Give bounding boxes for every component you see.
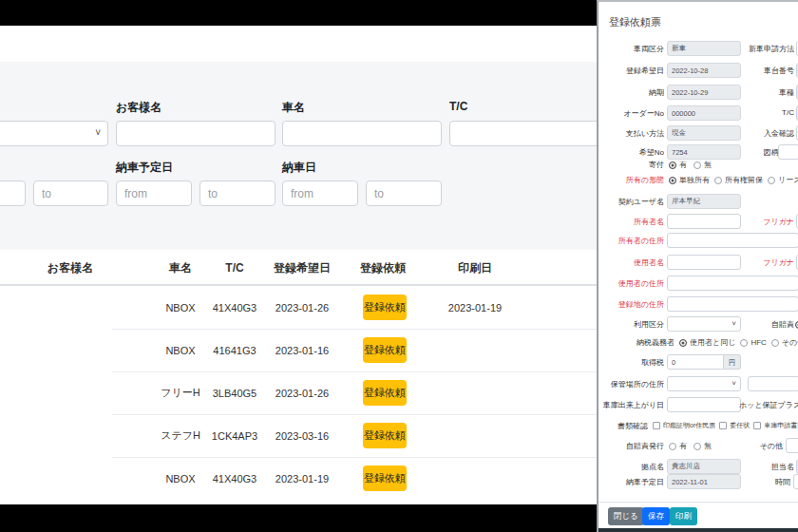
registration-request-button[interactable]: 登録依頼: [363, 380, 407, 406]
ownership-label: 所有の形態: [598, 175, 664, 185]
donation-radio-no[interactable]: 無: [694, 160, 712, 170]
doc-confirm-label: 書類確認: [598, 421, 648, 431]
tc-input[interactable]: [449, 121, 609, 146]
cell-wish-date: 2023-01-16: [262, 329, 342, 371]
car-name-input[interactable]: [282, 121, 442, 146]
wish-no-label: 希望No: [598, 147, 664, 158]
ownership-radio-lease[interactable]: リース: [768, 175, 798, 185]
radio-icon: [771, 339, 779, 347]
jibai-issue-radio-yes[interactable]: 有: [669, 441, 687, 451]
doc-check-poa[interactable]: 委任状: [719, 421, 750, 430]
modal-footer-divider: [598, 502, 798, 503]
cell-tc: 41X40G3: [203, 457, 266, 500]
cell-print-date: [432, 371, 518, 414]
top-black-bar: [0, 0, 597, 26]
user-name-input[interactable]: [667, 255, 741, 270]
order-no-input: [667, 105, 741, 121]
cell-wish-date: 2023-01-26: [262, 286, 342, 329]
checkbox-icon: [753, 422, 761, 429]
first-range-to-input[interactable]: [33, 180, 108, 206]
registration-request-button[interactable]: 登録依頼: [363, 294, 407, 320]
reg-address-input[interactable]: [667, 296, 798, 312]
storage-address-select[interactable]: ˅: [667, 376, 741, 391]
warranty-label: ホッと保証プラス: [739, 400, 798, 410]
radio-icon: [694, 443, 701, 450]
taxpayer-radio-other[interactable]: その他: [771, 337, 798, 348]
doc-check-garage-docs[interactable]: 車庫申請書類: [753, 421, 798, 430]
yen-suffix: 円: [724, 354, 741, 370]
garage-date-input[interactable]: [667, 397, 741, 412]
close-button[interactable]: 閉じる: [608, 507, 644, 525]
chevron-down-icon: ˅: [95, 127, 101, 138]
search-filter-panel: ˅ お客様名 車名 T/C 納車予定日 納車日: [0, 62, 597, 250]
bottom-black-bar: [0, 504, 597, 532]
storage-address-input[interactable]: [748, 376, 798, 391]
cell-wish-date: 2023-01-26: [262, 371, 342, 414]
user-name-label: 使用者名: [598, 257, 664, 268]
registration-request-button[interactable]: 登録依頼: [363, 337, 407, 363]
taxpayer-radio-hfc[interactable]: HFC: [740, 338, 766, 347]
first-range-from-input[interactable]: [0, 180, 26, 206]
user-address-input[interactable]: [667, 276, 798, 291]
reg-address-label: 登録地の住所: [598, 299, 664, 310]
registration-request-button[interactable]: 登録依頼: [363, 423, 407, 448]
delivery-plan-label: 納車予定日: [598, 477, 664, 487]
delivery-planned-from-input[interactable]: [116, 180, 192, 206]
jibaiseki-label: 自賠責: [741, 319, 794, 330]
cell-wish-date: 2023-01-19: [262, 457, 342, 500]
delivery-date-label: 納車日: [282, 160, 316, 176]
table-header: お客様名 車名 T/C 登録希望日 登録依頼 印刷日: [0, 250, 597, 286]
radio-icon: [694, 162, 701, 169]
acq-tax-label: 取得税: [598, 357, 664, 368]
cell-print-date: 2023-01-19: [432, 286, 518, 329]
delivery-date-to-input[interactable]: [366, 180, 442, 206]
pattern-plate-input[interactable]: [778, 144, 798, 160]
customer-name-input[interactable]: [116, 121, 276, 146]
cell-tc: 3LB40G5: [203, 371, 266, 414]
cell-wish-date: 2023-03-16: [262, 414, 342, 457]
ownership-radio-single[interactable]: 単独所有: [669, 175, 710, 185]
branch-input: [667, 459, 741, 474]
cell-tc: 41X40G3: [203, 286, 266, 329]
acq-tax-input[interactable]: [667, 354, 724, 370]
wish-no-input: [667, 144, 741, 160]
modal-bottom-strip: [598, 528, 798, 532]
cell-print-date: [432, 329, 518, 371]
status-select[interactable]: ˅: [0, 121, 108, 146]
col-header-wish-date: 登録希望日: [262, 250, 342, 286]
radio-icon: [714, 177, 722, 184]
delivery-date-from-input[interactable]: [282, 180, 358, 206]
user-address-label: 使用者の住所: [598, 278, 664, 289]
jibai-issue-radio-no[interactable]: 無: [694, 441, 712, 451]
owner-address-input[interactable]: [667, 233, 798, 248]
time-input[interactable]: [793, 474, 798, 489]
reg-wish-date-label: 登録希望日: [598, 66, 664, 76]
owner-address-label: 所有者の住所: [598, 236, 664, 246]
radio-icon: [669, 162, 676, 169]
delivery-planned-label: 納車予定日: [116, 160, 173, 176]
print-button[interactable]: 印刷: [670, 507, 697, 525]
screen: ˅ お客様名 車名 T/C 納車予定日 納車日 お客様名 車名 T/C 登録希望…: [0, 0, 798, 532]
owner-name-input[interactable]: [667, 214, 741, 229]
donation-radio-yes[interactable]: 有: [669, 160, 687, 170]
table-row: フリーH 3LB40G5 2023-01-26 登録依頼: [0, 371, 597, 414]
taxpayer-radio-same[interactable]: 使用者と同じ: [679, 337, 735, 348]
order-no-label: オーダーNo: [598, 108, 664, 119]
delivery-planned-to-input[interactable]: [200, 180, 276, 206]
cell-print-date: [432, 414, 518, 457]
radio-icon: [669, 443, 676, 450]
doc-check-seal-cert[interactable]: 印鑑証明or住民票: [653, 421, 715, 430]
modal-title: 登録依頼票: [609, 15, 661, 29]
table-row: NBOX 41X40G3 2023-01-26 登録依頼 2023-01-19: [0, 286, 597, 329]
chassis-no-label: 車台番号: [741, 66, 794, 76]
contract-user-label: 契約ユーザ名: [598, 197, 664, 207]
save-button[interactable]: 保存: [642, 507, 670, 525]
table-row: NBOX 41641G3 2023-01-16 登録依頼: [0, 329, 597, 371]
chevron-down-icon: ˅: [732, 379, 736, 388]
ownership-radio-retention[interactable]: 所有権留保: [714, 175, 763, 185]
other-input[interactable]: [786, 438, 798, 453]
usage-class-select[interactable]: ˅: [667, 316, 741, 332]
garage-date-label: 車庫出来上がり日: [598, 400, 664, 410]
registration-request-button[interactable]: 登録依頼: [363, 466, 407, 491]
col-header-print-date: 印刷日: [432, 250, 518, 286]
